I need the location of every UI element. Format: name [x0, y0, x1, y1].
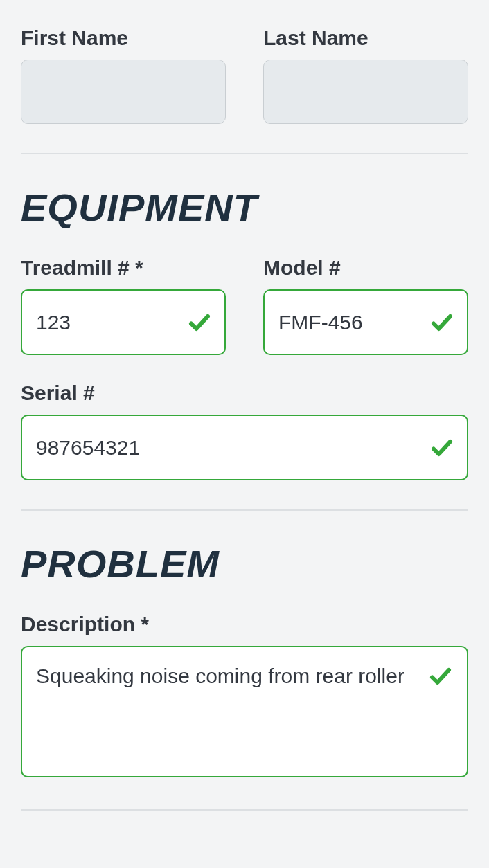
treadmill-label: Treadmill # * [21, 256, 226, 280]
serial-input[interactable] [21, 415, 468, 480]
last-name-col: Last Name [263, 26, 468, 124]
description-textarea[interactable] [21, 646, 468, 777]
treadmill-col: Treadmill # * [21, 256, 226, 355]
description-col: Description * [21, 613, 468, 780]
serial-label: Serial # [21, 381, 468, 405]
first-name-input[interactable] [21, 60, 226, 124]
last-name-wrap [263, 60, 468, 124]
equipment-heading: EQUIPMENT [21, 185, 468, 230]
divider [21, 153, 468, 154]
divider [21, 509, 468, 511]
last-name-input[interactable] [263, 60, 468, 124]
equipment-row-1: Treadmill # * Model # [21, 256, 468, 355]
problem-heading: PROBLEM [21, 541, 468, 586]
treadmill-wrap [21, 289, 226, 355]
name-row: First Name Last Name [21, 26, 468, 124]
model-col: Model # [263, 256, 468, 355]
last-name-label: Last Name [263, 26, 468, 50]
serial-col: Serial # [21, 381, 468, 480]
serial-wrap [21, 415, 468, 480]
description-label: Description * [21, 613, 468, 636]
model-wrap [263, 289, 468, 355]
first-name-label: First Name [21, 26, 226, 50]
description-wrap [21, 646, 468, 780]
first-name-wrap [21, 60, 226, 124]
divider [21, 809, 468, 811]
treadmill-input[interactable] [21, 289, 226, 355]
model-input[interactable] [263, 289, 468, 355]
first-name-col: First Name [21, 26, 226, 124]
model-label: Model # [263, 256, 468, 280]
